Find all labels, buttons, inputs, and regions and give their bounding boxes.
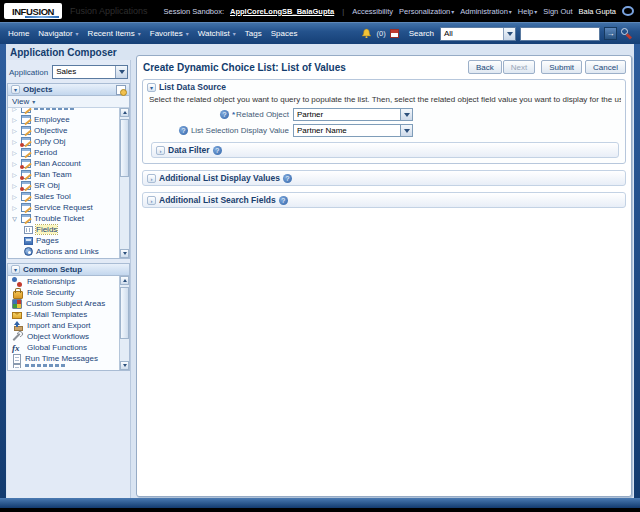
expand-icon[interactable]: ▷ (11, 116, 18, 123)
tree-item-security[interactable]: Security (8, 257, 118, 258)
common-item-role-security[interactable]: Role Security (8, 287, 118, 298)
lock-icon (12, 288, 23, 298)
nav-navigator[interactable]: Navigator▾ (38, 29, 78, 38)
help-icon[interactable]: ? (279, 196, 288, 205)
back-button[interactable]: Back (468, 60, 502, 74)
tree-item-plan-team[interactable]: ▷ Plan Team (8, 169, 118, 180)
expand-icon[interactable]: › (156, 146, 165, 155)
common-scrollbar[interactable] (119, 276, 129, 370)
application-label: Application (9, 68, 48, 77)
help-icon[interactable]: ? (283, 174, 292, 183)
wrench-icon (12, 332, 23, 342)
accessibility-link[interactable]: Accessibility (352, 7, 393, 16)
child-object-icon (21, 137, 31, 146)
personalization-menu[interactable]: Personalization▾ (399, 7, 454, 16)
expand-icon[interactable]: ▷ (11, 171, 18, 178)
common-item-object-workflows[interactable]: Object Workflows (8, 331, 118, 342)
advanced-search-icon[interactable] (621, 28, 632, 39)
new-object-icon[interactable] (116, 85, 126, 95)
tree-item-trouble-ticket[interactable]: ▽ Trouble Ticket (8, 213, 118, 224)
sign-out-link[interactable]: Sign Out (543, 7, 572, 16)
section-title: List Data Source (159, 82, 226, 92)
dropdown-arrow-icon[interactable] (115, 66, 127, 78)
tree-item-label: Plan Team (34, 170, 72, 179)
collapse-icon[interactable]: ▾ (147, 83, 156, 92)
common-item-relationships[interactable]: Relationships (8, 276, 118, 287)
common-setup-header[interactable]: ▾ Common Setup (8, 264, 129, 276)
expand-icon[interactable]: ▷ (11, 160, 18, 167)
tree-item-fields[interactable]: Fields (8, 224, 118, 235)
list-item-label: Object Workflows (27, 332, 89, 341)
expand-icon[interactable]: ▷ (11, 138, 18, 145)
common-item-email-templates[interactable]: E-Mail Templates (8, 309, 118, 320)
tree-item-period[interactable]: ▷ Period (8, 147, 118, 158)
alerts-bell-icon[interactable] (361, 28, 372, 39)
expand-icon[interactable]: ▷ (11, 182, 18, 189)
tree-item-employee[interactable]: ▷ Employee (8, 114, 118, 125)
nav-home[interactable]: Home (8, 29, 29, 38)
help-menu[interactable]: Help▾ (518, 7, 537, 16)
tree-scrollbar[interactable] (119, 108, 129, 258)
tree-item-sales-tool[interactable]: ▷ Sales Tool (8, 191, 118, 202)
common-setup-title: Common Setup (23, 265, 82, 274)
search-input[interactable] (520, 27, 600, 41)
objects-panel-header[interactable]: ▾ Objects (8, 84, 129, 96)
submit-button[interactable]: Submit (541, 60, 582, 74)
session-sandbox-link[interactable]: ApplCoreLongSB_BalaGupta (230, 7, 334, 16)
scroll-up-icon[interactable] (120, 108, 129, 117)
data-filter-section[interactable]: › Data Filter ? (151, 142, 619, 158)
list-item-label: Role Security (27, 288, 75, 297)
envelope-icon (12, 312, 22, 319)
dropdown-arrow-icon[interactable] (503, 28, 515, 40)
scrollbar-thumb[interactable] (120, 119, 129, 177)
additional-list-display-values-section[interactable]: › Additional List Display Values ? (142, 170, 626, 186)
dropdown-arrow-icon[interactable] (400, 109, 412, 120)
collapse-icon[interactable]: ▽ (11, 215, 18, 222)
tree-item-sr-obj[interactable]: ▷ SR Obj (8, 180, 118, 191)
tree-item-actions-and-links[interactable]: Actions and Links (8, 246, 118, 257)
common-item-custom-subject-areas[interactable]: Custom Subject Areas (8, 298, 118, 309)
tree-item-plan-account[interactable]: ▷ Plan Account (8, 158, 118, 169)
common-item-import-export[interactable]: Import and Export (8, 320, 118, 331)
expand-icon[interactable]: › (147, 196, 156, 205)
tree-item-opty-obj[interactable]: ▷ Opty Obj (8, 136, 118, 147)
scroll-down-icon[interactable] (120, 361, 129, 370)
collapse-icon[interactable]: ▾ (11, 265, 20, 274)
nav-tags[interactable]: Tags (245, 29, 262, 38)
nav-watchlist[interactable]: Watchlist▾ (198, 29, 236, 38)
related-object-select[interactable]: Partner (293, 108, 413, 121)
help-icon[interactable]: ? (179, 126, 188, 135)
tree-item-service-request[interactable]: ▷ Service Request (8, 202, 118, 213)
cancel-button[interactable]: Cancel (585, 60, 626, 74)
nav-favorites[interactable]: Favorites▾ (150, 29, 189, 38)
expand-icon[interactable]: › (147, 174, 156, 183)
scroll-up-icon[interactable] (120, 276, 129, 285)
help-icon[interactable]: ? (220, 110, 229, 119)
expand-icon[interactable]: ▷ (11, 127, 18, 134)
expand-icon[interactable]: ▷ (11, 204, 18, 211)
expand-icon[interactable]: ▷ (11, 149, 18, 156)
display-value-select[interactable]: Partner Name (293, 124, 413, 137)
dropdown-arrow-icon[interactable] (400, 125, 412, 136)
search-go-button[interactable]: → (604, 27, 617, 40)
tree-item-pages[interactable]: Pages (8, 235, 118, 246)
chevron-down-icon: ▾ (233, 30, 236, 37)
common-item-global-functions[interactable]: fx Global Functions (8, 342, 118, 353)
nav-spaces[interactable]: Spaces (271, 29, 298, 38)
search-scope-select[interactable]: All (440, 27, 516, 41)
help-icon[interactable]: ? (213, 146, 222, 155)
expand-icon[interactable]: ▷ (11, 108, 18, 112)
application-select[interactable]: Sales (52, 65, 128, 79)
nav-recent-items[interactable]: Recent Items▾ (88, 29, 141, 38)
additional-list-search-fields-section[interactable]: › Additional List Search Fields ? (142, 192, 626, 208)
scrollbar-thumb[interactable] (120, 287, 129, 339)
calendar-icon[interactable] (390, 29, 399, 38)
expand-icon[interactable]: ▷ (11, 193, 18, 200)
tree-item-objective[interactable]: ▷ Objective (8, 125, 118, 136)
scroll-down-icon[interactable] (120, 249, 129, 258)
common-item-run-time-messages[interactable]: Run Time Messages (8, 353, 118, 364)
view-menu[interactable]: View (12, 97, 29, 106)
user-presence-icon[interactable] (622, 6, 634, 16)
collapse-icon[interactable]: ▾ (11, 85, 20, 94)
administration-menu[interactable]: Administration▾ (460, 7, 512, 16)
